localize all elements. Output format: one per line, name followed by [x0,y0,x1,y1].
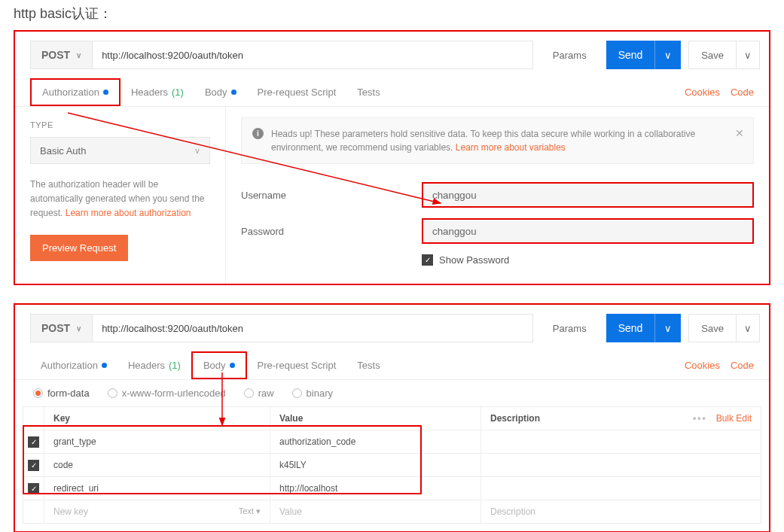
chevron-down-icon: ∨ [76,51,81,59]
table-row[interactable]: ✓ code k45lLY [23,454,761,477]
dot-icon [230,363,235,368]
col-value: Value [270,407,481,430]
alert-box: i Heads up! These parameters hold sensit… [241,117,754,164]
password-input[interactable] [422,218,754,244]
dot-icon [231,90,236,95]
radio-raw[interactable]: raw [244,388,274,399]
tab-prerequest[interactable]: Pre-request Script [247,78,347,106]
url-input[interactable] [93,41,533,69]
save-button[interactable]: Save [688,314,737,342]
cookies-link[interactable]: Cookies [685,360,720,371]
tab-headers[interactable]: Headers(1) [120,78,194,106]
send-dropdown[interactable]: ∨ [654,41,681,69]
send-dropdown[interactable]: ∨ [654,314,681,342]
more-icon[interactable]: ••• [693,413,707,424]
check-icon[interactable]: ✓ [28,436,39,448]
chevron-down-icon: ∨ [76,324,81,333]
save-dropdown[interactable]: ∨ [737,41,760,69]
table-row[interactable]: ✓ redirect_uri http://localhost [23,477,761,500]
tab-body[interactable]: Body [194,78,247,106]
url-input[interactable] [93,314,533,342]
auth-description: The authorization header will be automat… [30,178,210,221]
request-bar: POST∨ Params Send ∨ Save ∨ [15,32,769,78]
cookies-link[interactable]: Cookies [685,87,720,98]
params-button[interactable]: Params [541,314,599,342]
method-select[interactable]: POST∨ [30,41,93,69]
send-button[interactable]: Send [606,41,655,69]
table-row-placeholder[interactable]: New keyText ▾ Value Description [23,500,761,524]
request-bar: POST∨ Params Send ∨ Save ∨ [15,305,769,351]
panel-authorization: POST∨ Params Send ∨ Save ∨ Authorization… [14,30,770,285]
save-dropdown[interactable]: ∨ [737,314,760,342]
tab-headers[interactable]: Headers(1) [117,351,191,379]
auth-type-select[interactable]: Basic Auth∨ [30,137,210,164]
chevron-down-icon: ∨ [194,146,200,156]
method-select[interactable]: POST∨ [30,314,93,342]
username-input[interactable] [422,182,754,208]
radio-binary[interactable]: binary [292,388,333,399]
auth-form: i Heads up! These parameters hold sensit… [226,107,769,284]
username-label: Username [241,190,422,201]
tab-authorization[interactable]: Authorization [30,78,120,106]
check-icon: ✓ [422,254,433,266]
tabs-row: Authorization Headers(1) Body Pre-reques… [15,351,769,380]
radio-form-data[interactable]: form-data [33,388,90,399]
tab-tests[interactable]: Tests [346,351,390,379]
tab-prerequest[interactable]: Pre-request Script [247,351,347,379]
tab-authorization[interactable]: Authorization [30,351,117,379]
show-password-checkbox[interactable]: ✓ Show Password [422,254,754,266]
type-label: TYPE [30,120,210,129]
tab-body[interactable]: Body [191,351,247,379]
check-icon[interactable]: ✓ [28,460,39,471]
preview-request-button[interactable]: Preview Request [30,235,128,261]
send-button[interactable]: Send [606,314,655,342]
info-icon: i [252,128,264,139]
auth-sidebar: TYPE Basic Auth∨ The authorization heade… [15,107,226,284]
save-button[interactable]: Save [688,41,737,69]
learn-variables-link[interactable]: Learn more about variables [456,142,566,153]
bulk-edit-link[interactable]: Bulk Edit [716,413,752,424]
table-row[interactable]: ✓ grant_type authorization_code [23,430,761,454]
tabs-row: Authorization Headers(1) Body Pre-reques… [15,78,769,107]
dot-icon [103,90,108,95]
col-key: Key [44,407,270,430]
tab-tests[interactable]: Tests [346,78,390,106]
radio-xwww[interactable]: x-www-form-urlencoded [108,388,226,399]
code-link[interactable]: Code [731,87,754,98]
dot-icon [102,363,107,368]
body-type-radios: form-data x-www-form-urlencoded raw bina… [15,380,769,406]
password-label: Password [241,226,422,237]
close-icon[interactable]: ✕ [735,126,744,141]
panel-body: POST∨ Params Send ∨ Save ∨ Authorization… [14,303,770,532]
code-link[interactable]: Code [731,360,754,371]
params-button[interactable]: Params [541,41,599,69]
check-icon[interactable]: ✓ [28,483,39,494]
col-description: Description•••Bulk Edit [481,407,761,430]
page-title: http basic认证： [0,0,784,30]
body-table: Key Value Description•••Bulk Edit ✓ gran… [23,406,761,524]
learn-auth-link[interactable]: Learn more about authorization [66,208,191,218]
